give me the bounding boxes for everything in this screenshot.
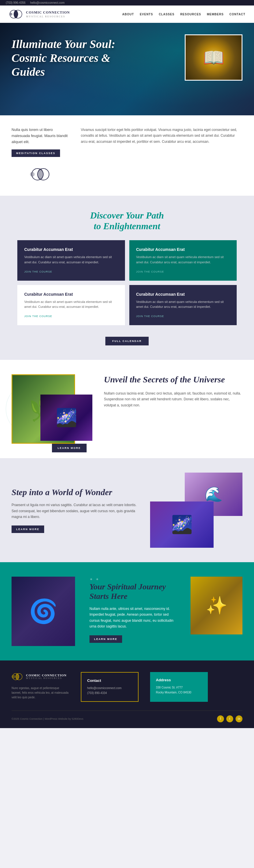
card-1-body: Vestibulum ac diam sit amet quam vehicul…: [24, 255, 118, 265]
spiritual-body: Nullam nulla ante, ultrices sit amet, na…: [89, 606, 176, 629]
card-3-link[interactable]: JOIN THE COURSE: [24, 315, 52, 318]
full-calendar-button[interactable]: FULL CALENDAR: [105, 337, 149, 345]
nav-events[interactable]: EVENTS: [140, 13, 153, 16]
card-2-title: Curabitur Accumsan Erat: [136, 247, 230, 252]
email-address: hello@cosmicconnect.com: [30, 1, 64, 4]
star-2: ✦: [96, 577, 99, 582]
wonder-section: Step into a World of Wonder Praesent ut …: [0, 458, 254, 562]
facebook-icon[interactable]: f: [217, 715, 224, 722]
nav-contact[interactable]: CONTACT: [229, 13, 245, 16]
universe-body: Nullam cursus lacinia erat. Donec orci l…: [104, 391, 243, 408]
footer-contact-title: Contact: [87, 678, 132, 683]
star-1: ✦: [89, 577, 93, 582]
discover-cards-grid: Curabitur Accumsan Erat Vestibulum ac di…: [17, 240, 237, 325]
footer-contact-box: Contact hello@cosmicconnect.com (703) 89…: [81, 672, 139, 702]
hero-section: Illuminate Your Soul: Cosmic Resources &…: [0, 23, 254, 115]
header: Cosmic Connection Mystical Resources ABO…: [0, 5, 254, 23]
universe-title: Unveil the Secrets of the Universe: [104, 374, 243, 385]
spiritual-right-image: [190, 577, 243, 634]
card-2: Curabitur Accumsan Erat Vestibulum ac di…: [129, 240, 237, 280]
spiritual-learn-more-button[interactable]: LEARN MORE: [89, 635, 122, 643]
wonder-left: Step into a World of Wonder Praesent ut …: [11, 487, 139, 533]
wonder-right: [150, 473, 243, 548]
card-3: Curabitur Accumsan Erat Vestibulum ac di…: [17, 285, 125, 325]
intro-description-text: Vivamus suscipit tortor eget felis portt…: [81, 127, 243, 145]
hero-title: Illuminate Your Soul: Cosmic Resources &…: [11, 37, 139, 79]
footer-logo-column: Cosmic Connection Mystical Resources Nun…: [11, 672, 69, 702]
footer-logo-text-group: Cosmic Connection Mystical Resources: [26, 674, 67, 680]
card-4-body: Vestibulum ac diam sit amet quam vehicul…: [136, 300, 230, 310]
card-3-body: Vestibulum ac diam sit amet quam vehicul…: [24, 300, 118, 310]
card-4: Curabitur Accumsan Erat Vestibulum ac di…: [129, 285, 237, 325]
card-1-title: Curabitur Accumsan Erat: [24, 247, 118, 252]
svg-point-7: [30, 172, 35, 177]
copyright-text: ©2025 Cosmic Connection | WordPress Webs…: [11, 717, 83, 720]
universe-secondary-image: [40, 395, 93, 441]
phone-number: (703) 996-4356: [6, 1, 26, 4]
footer-bottom: ©2025 Cosmic Connection | WordPress Webs…: [11, 710, 243, 722]
moon-icon-container: [11, 166, 69, 184]
intro-section: Nulla quis lorem ut libero malesuada feu…: [0, 115, 254, 196]
intro-description: Vivamus suscipit tortor eget felis portt…: [81, 127, 243, 145]
nav-about[interactable]: ABOUT: [122, 13, 134, 16]
footer-description: Nunc egestas, augue et pellentesque laor…: [11, 686, 69, 700]
svg-point-3: [9, 13, 12, 16]
card-3-title: Curabitur Accumsan Erat: [24, 292, 118, 297]
spiritual-content: ✦ ✦ Your Spiritual Journey Starts Here N…: [84, 577, 182, 643]
universe-left: LEARN MORE: [11, 374, 75, 444]
card-2-link[interactable]: JOIN THE COURSE: [136, 270, 164, 273]
discover-title: Discover Your Path to Enlightenment: [11, 210, 243, 231]
intro-left: Nulla quis lorem ut libero malesuada feu…: [11, 127, 69, 184]
social-icons: f t in: [217, 715, 243, 722]
universe-section: LEARN MORE Unveil the Secrets of the Uni…: [0, 360, 254, 458]
universe-learn-more-button[interactable]: LEARN MORE: [52, 444, 87, 452]
footer-contact-phone: (703) 890-4334: [87, 690, 132, 695]
wonder-body: Praesent ut ligula non mi varius sagitti…: [11, 502, 139, 520]
nav-members[interactable]: MEMBERS: [207, 13, 224, 16]
hero-image: [185, 34, 243, 81]
moon-icon: [29, 166, 52, 183]
footer-logo-icon: [11, 672, 23, 681]
card-4-title: Curabitur Accumsan Erat: [136, 292, 230, 297]
svg-point-11: [11, 675, 15, 678]
wonder-learn-more-button[interactable]: LEARN MORE: [11, 525, 44, 533]
footer-top: Cosmic Connection Mystical Resources Nun…: [11, 672, 243, 702]
hero-content: Illuminate Your Soul: Cosmic Resources &…: [11, 37, 139, 79]
instagram-icon[interactable]: in: [235, 715, 243, 722]
footer-address-line1: 338 Cosmic St. #777: [156, 685, 202, 690]
footer-address-line2: Rocky Mountain, CO 84530: [156, 690, 202, 695]
meditation-classes-button[interactable]: MEDITATION CLASSES: [11, 149, 60, 157]
intro-body-text: Nulla quis lorem ut libero malesuada feu…: [11, 127, 69, 145]
svg-point-6: [38, 168, 43, 180]
spiritual-left-image: [11, 577, 75, 646]
spiritual-title: Your Spiritual Journey Starts Here: [89, 582, 176, 601]
nav-resources[interactable]: RESOURCES: [180, 13, 201, 16]
footer-address-title: Address: [156, 678, 202, 682]
hero-book-image: [186, 35, 242, 80]
wonder-title: Step into a World of Wonder: [11, 487, 139, 497]
top-bar: (703) 996-4356 hello@cosmicconnect.com: [0, 0, 254, 5]
card-1: Curabitur Accumsan Erat Vestibulum ac di…: [17, 240, 125, 280]
wonder-bottom-image: [150, 501, 214, 548]
svg-point-2: [14, 10, 18, 18]
logo: Cosmic Connection Mystical Resources: [9, 8, 70, 20]
logo-text-group: Cosmic Connection Mystical Resources: [26, 10, 70, 18]
universe-right: Unveil the Secrets of the Universe Nulla…: [86, 374, 243, 408]
card-4-link[interactable]: JOIN THE COURSE: [136, 315, 164, 318]
footer-logo: Cosmic Connection Mystical Resources: [11, 672, 69, 681]
footer: Cosmic Connection Mystical Resources Nun…: [0, 660, 254, 728]
card-1-link[interactable]: JOIN THE COURSE: [24, 270, 52, 273]
card-2-body: Vestibulum ac diam sit amet quam vehicul…: [136, 255, 230, 265]
logo-icon: [9, 8, 23, 20]
svg-point-10: [15, 674, 19, 680]
nav-classes[interactable]: CLASSES: [159, 13, 174, 16]
footer-contact-email: hello@cosmicconnect.com: [87, 686, 132, 690]
spiritual-section: ✦ ✦ Your Spiritual Journey Starts Here N…: [0, 562, 254, 660]
footer-address-box: Address 338 Cosmic St. #777 Rocky Mounta…: [150, 672, 208, 702]
star-decorations: ✦ ✦: [89, 577, 176, 582]
twitter-icon[interactable]: t: [226, 715, 233, 722]
discover-section: Discover Your Path to Enlightenment Cura…: [0, 196, 254, 360]
main-nav: ABOUT EVENTS CLASSES RESOURCES MEMBERS C…: [122, 13, 245, 16]
